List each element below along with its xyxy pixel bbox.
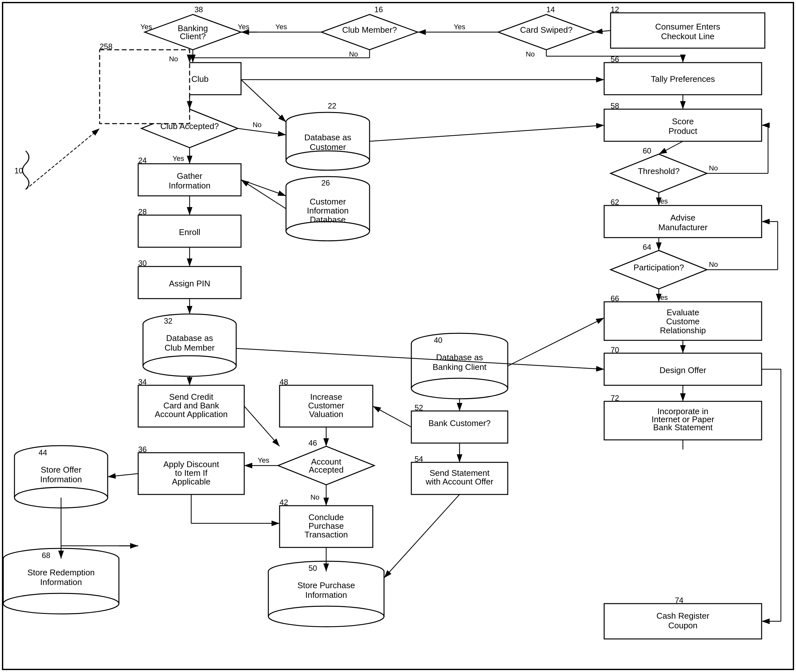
svg-text:Bank Statement: Bank Statement <box>653 422 713 432</box>
svg-text:22: 22 <box>328 101 337 110</box>
svg-text:14: 14 <box>546 5 555 14</box>
svg-point-53 <box>143 356 236 376</box>
svg-text:26: 26 <box>321 179 330 187</box>
svg-text:70: 70 <box>611 346 619 354</box>
svg-text:No: No <box>709 261 718 269</box>
svg-text:Yes: Yes <box>275 23 287 31</box>
svg-text:Checkout Line: Checkout Line <box>661 32 714 41</box>
svg-text:36: 36 <box>138 445 147 454</box>
svg-text:Score: Score <box>672 117 694 126</box>
svg-text:Yes: Yes <box>140 23 152 31</box>
svg-text:Information: Information <box>40 577 82 587</box>
svg-text:Manufacturer: Manufacturer <box>658 222 708 232</box>
svg-text:No: No <box>169 55 178 63</box>
svg-text:Transaction: Transaction <box>305 530 348 539</box>
svg-text:Accepted: Accepted <box>309 465 343 475</box>
svg-text:Consumer Enters: Consumer Enters <box>655 22 720 32</box>
svg-point-70 <box>411 378 508 399</box>
svg-text:74: 74 <box>675 596 684 605</box>
svg-point-39 <box>286 222 369 241</box>
svg-text:Store Purchase: Store Purchase <box>297 581 355 590</box>
svg-text:58: 58 <box>611 101 619 110</box>
svg-text:Tally Preferences: Tally Preferences <box>651 74 715 84</box>
svg-text:Advise: Advise <box>670 213 695 222</box>
svg-text:32: 32 <box>164 317 173 325</box>
svg-text:Club Member: Club Member <box>165 343 215 352</box>
svg-text:Gather: Gather <box>177 171 202 181</box>
svg-text:66: 66 <box>611 294 619 303</box>
svg-text:Yes: Yes <box>173 154 184 162</box>
svg-text:42: 42 <box>279 498 288 507</box>
svg-text:30: 30 <box>138 259 147 267</box>
svg-text:No: No <box>310 493 319 501</box>
svg-text:Bank Customer?: Bank Customer? <box>428 418 491 428</box>
svg-text:44: 44 <box>39 448 47 457</box>
svg-text:No: No <box>253 121 262 129</box>
svg-text:50: 50 <box>308 564 317 573</box>
svg-text:Participation?: Participation? <box>633 262 684 272</box>
svg-text:Yes: Yes <box>656 197 668 205</box>
svg-text:Yes: Yes <box>258 456 269 464</box>
svg-text:68: 68 <box>42 551 50 560</box>
svg-text:Database: Database <box>310 215 345 224</box>
svg-text:Information: Information <box>307 206 349 216</box>
svg-text:Banking Client: Banking Client <box>433 362 486 372</box>
svg-text:Valuation: Valuation <box>309 410 343 419</box>
svg-text:24: 24 <box>138 156 147 165</box>
svg-text:No: No <box>526 50 535 58</box>
svg-text:10: 10 <box>14 166 23 175</box>
svg-text:Enroll: Enroll <box>179 227 200 237</box>
svg-text:48: 48 <box>279 378 288 386</box>
svg-text:40: 40 <box>434 336 443 344</box>
svg-text:Assign PIN: Assign PIN <box>169 279 210 288</box>
svg-text:258: 258 <box>100 42 112 51</box>
svg-text:Information: Information <box>169 181 210 190</box>
svg-text:Card and Bank: Card and Bank <box>163 401 219 410</box>
svg-point-118 <box>268 606 384 627</box>
svg-text:64: 64 <box>643 243 652 251</box>
svg-text:Coupon: Coupon <box>668 621 697 630</box>
svg-text:Design Offer: Design Offer <box>660 365 706 375</box>
svg-text:Client?: Client? <box>180 32 206 41</box>
svg-text:Yes: Yes <box>656 293 668 301</box>
svg-text:38: 38 <box>194 5 203 14</box>
svg-text:16: 16 <box>374 5 383 14</box>
svg-text:Evaluate: Evaluate <box>666 307 699 317</box>
svg-text:34: 34 <box>138 378 147 386</box>
svg-text:Information: Information <box>40 475 82 484</box>
svg-text:Yes: Yes <box>238 23 249 31</box>
svg-text:Customer: Customer <box>310 197 346 206</box>
svg-text:Card Swiped?: Card Swiped? <box>520 25 572 35</box>
svg-text:Send Statement: Send Statement <box>430 468 490 478</box>
svg-text:52: 52 <box>414 403 423 412</box>
svg-text:Apply Discount: Apply Discount <box>163 459 219 469</box>
svg-text:Conclude: Conclude <box>308 512 344 522</box>
svg-point-24 <box>286 151 369 170</box>
svg-text:Club Member?: Club Member? <box>342 25 397 35</box>
svg-text:Custome: Custome <box>666 317 700 326</box>
svg-text:Applicable: Applicable <box>172 477 210 486</box>
svg-text:to Item If: to Item If <box>175 468 208 478</box>
svg-text:with Account Offer: with Account Offer <box>425 477 494 486</box>
svg-text:Database as: Database as <box>166 333 213 343</box>
svg-text:Send Credit: Send Credit <box>169 392 213 402</box>
svg-text:46: 46 <box>308 438 317 447</box>
svg-text:Product: Product <box>668 126 697 136</box>
svg-text:Account Application: Account Application <box>155 410 228 419</box>
svg-text:No: No <box>709 164 718 172</box>
svg-text:Store Offer: Store Offer <box>41 465 82 475</box>
svg-text:72: 72 <box>611 394 619 402</box>
svg-text:12: 12 <box>611 5 619 14</box>
svg-text:60: 60 <box>643 146 652 155</box>
svg-text:Increase: Increase <box>310 392 342 402</box>
svg-text:Customer: Customer <box>310 142 346 152</box>
flowchart-diagram: Consumer Enters Checkout Line 12 Card Sw… <box>0 0 796 672</box>
svg-point-111 <box>3 594 119 614</box>
svg-text:28: 28 <box>138 207 147 216</box>
svg-text:No: No <box>349 50 358 58</box>
svg-text:Purchase: Purchase <box>308 521 344 531</box>
svg-text:Cash Register: Cash Register <box>656 611 709 621</box>
svg-text:Database as: Database as <box>304 133 351 142</box>
svg-text:Information: Information <box>305 590 347 600</box>
svg-text:Store Redemption: Store Redemption <box>27 568 95 577</box>
